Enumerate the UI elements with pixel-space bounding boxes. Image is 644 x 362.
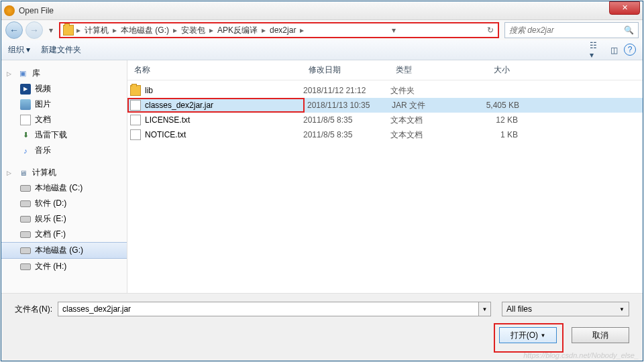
sidebar-item-music[interactable]: ♪音乐 <box>1 143 127 158</box>
highlight-box: classes_dex2jar.jar <box>127 98 305 113</box>
file-row-jar[interactable]: classes_dex2jar.jar 2018/11/13 10:35 JAR… <box>127 98 643 113</box>
music-icon: ♪ <box>20 145 31 156</box>
nav-back-button[interactable]: ← <box>5 21 23 39</box>
content-area: ▷ ▣ 库 ▶视频 图片 文档 ⬇迅雷下载 ♪音乐 ▷ 🖥 计算机 本地磁盘 (… <box>1 60 643 293</box>
highlight-open-box: 打开(O) ▼ <box>494 323 564 353</box>
disk-icon <box>20 247 31 254</box>
close-button[interactable]: ✕ <box>609 1 640 15</box>
column-name[interactable]: 名称 <box>127 64 302 76</box>
folder-icon <box>63 25 74 36</box>
window-title: Open File <box>19 6 609 15</box>
sidebar-item-disk-d[interactable]: 软件 (D:) <box>1 196 127 211</box>
file-icon <box>130 129 141 140</box>
help-icon[interactable]: ? <box>624 44 636 56</box>
file-row-license[interactable]: LICENSE.txt 2011/8/5 8:35 文本文档 12 KB <box>127 113 643 127</box>
sidebar-item-disk-h[interactable]: 文件 (H:) <box>1 259 127 274</box>
breadcrumb-item[interactable]: 计算机 <box>80 25 113 36</box>
refresh-icon[interactable]: ↻ <box>483 25 498 35</box>
video-icon: ▶ <box>20 84 31 95</box>
filename-dropdown[interactable]: ▼ <box>479 302 491 316</box>
preview-pane-icon[interactable]: ◫ <box>606 44 621 57</box>
search-box[interactable]: 🔍 <box>504 22 639 38</box>
disk-icon <box>20 200 31 207</box>
view-options-icon[interactable]: ☷ ▾ <box>589 44 604 57</box>
organize-menu[interactable]: 组织 ▾ <box>8 44 30 56</box>
open-file-dialog: Open File ✕ ← → ▾ ▸ 计算机 ▸ 本地磁盘 (G:) ▸ 安装… <box>1 1 643 361</box>
sidebar-item-downloads[interactable]: ⬇迅雷下载 <box>1 127 127 143</box>
nav-bar: ← → ▾ ▸ 计算机 ▸ 本地磁盘 (G:) ▸ 安装包 ▸ APK反编译 ▸… <box>1 20 643 40</box>
search-input[interactable] <box>509 25 624 35</box>
disk-icon <box>20 263 31 270</box>
pictures-icon <box>20 99 31 110</box>
breadcrumb-bar[interactable]: ▸ 计算机 ▸ 本地磁盘 (G:) ▸ 安装包 ▸ APK反编译 ▸ dex2j… <box>59 22 499 38</box>
download-icon: ⬇ <box>20 130 31 141</box>
sidebar-computer-header[interactable]: ▷ 🖥 计算机 <box>1 165 127 180</box>
expand-icon: ▷ <box>7 70 13 77</box>
search-icon[interactable]: 🔍 <box>624 25 634 35</box>
breadcrumb-item[interactable]: 安装包 <box>177 25 209 36</box>
sidebar-item-disk-g[interactable]: 本地磁盘 (G:) <box>1 242 127 259</box>
open-button[interactable]: 打开(O) ▼ <box>499 327 557 343</box>
file-filter-dropdown[interactable]: All files ▼ <box>502 302 629 316</box>
file-icon <box>130 100 141 111</box>
breadcrumb-item[interactable]: dex2jar <box>266 25 300 35</box>
column-size[interactable]: 大小 <box>463 64 517 76</box>
disk-icon <box>20 231 31 238</box>
new-folder-button[interactable]: 新建文件夹 <box>41 44 81 56</box>
titlebar: Open File ✕ <box>1 1 643 20</box>
bottom-panel: 文件名(N): ▼ All files ▼ 打开(O) ▼ 取消 <box>1 293 643 361</box>
documents-icon <box>20 115 31 125</box>
breadcrumb-dropdown[interactable]: ▾ <box>388 25 400 35</box>
toolbar: 组织 ▾ 新建文件夹 ☷ ▾ ◫ ? <box>1 40 643 60</box>
sidebar-item-disk-c[interactable]: 本地磁盘 (C:) <box>1 180 127 196</box>
chevron-down-icon: ▼ <box>619 306 625 312</box>
folder-icon <box>130 85 141 96</box>
sidebar-item-video[interactable]: ▶视频 <box>1 81 127 97</box>
file-icon <box>130 115 141 125</box>
expand-icon: ▷ <box>7 170 13 176</box>
nav-forward-button[interactable]: → <box>25 21 43 39</box>
disk-icon <box>20 216 31 223</box>
file-list: lib 2018/11/12 21:12 文件夹 classes_dex2jar… <box>127 80 643 293</box>
sidebar-item-documents[interactable]: 文档 <box>1 112 127 127</box>
sidebar-label: 计算机 <box>32 167 56 178</box>
library-icon: ▣ <box>17 68 28 79</box>
column-date[interactable]: 修改日期 <box>302 64 389 76</box>
file-row-notice[interactable]: NOTICE.txt 2011/8/5 8:35 文本文档 1 KB <box>127 127 643 142</box>
file-pane: 名称 修改日期 类型 大小 lib 2018/11/12 21:12 文件夹 c… <box>127 60 643 293</box>
filename-input[interactable] <box>58 302 479 316</box>
computer-icon: 🖥 <box>17 168 28 178</box>
sidebar: ▷ ▣ 库 ▶视频 图片 文档 ⬇迅雷下载 ♪音乐 ▷ 🖥 计算机 本地磁盘 (… <box>1 60 127 293</box>
sidebar-label: 库 <box>32 68 40 79</box>
column-type[interactable]: 类型 <box>389 64 463 76</box>
breadcrumb-item[interactable]: APK反编译 <box>213 25 262 36</box>
cancel-button[interactable]: 取消 <box>572 327 629 343</box>
breadcrumb-sep: ▸ <box>300 25 304 35</box>
sidebar-item-disk-e[interactable]: 娱乐 (E:) <box>1 211 127 227</box>
split-dropdown-icon: ▼ <box>540 333 545 339</box>
breadcrumb-item[interactable]: 本地磁盘 (G:) <box>117 25 173 36</box>
sidebar-item-pictures[interactable]: 图片 <box>1 97 127 112</box>
sidebar-library-header[interactable]: ▷ ▣ 库 <box>1 66 127 81</box>
file-list-header: 名称 修改日期 类型 大小 <box>127 60 643 80</box>
nav-history-dropdown[interactable]: ▾ <box>46 21 56 39</box>
disk-icon <box>20 185 31 192</box>
file-row-folder[interactable]: lib 2018/11/12 21:12 文件夹 <box>127 83 643 98</box>
app-icon <box>4 5 15 16</box>
filename-label: 文件名(N): <box>15 304 52 315</box>
sidebar-item-disk-f[interactable]: 文档 (F:) <box>1 227 127 242</box>
